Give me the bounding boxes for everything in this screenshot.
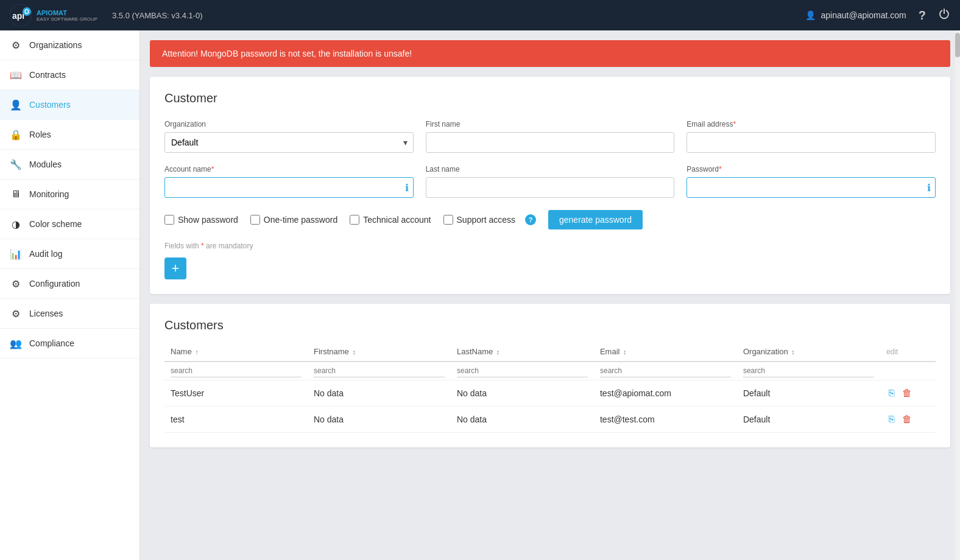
first-name-label: First name bbox=[426, 120, 675, 128]
search-org-input[interactable] bbox=[743, 365, 874, 377]
scrollbar[interactable] bbox=[955, 30, 960, 560]
sidebar-item-compliance[interactable]: 👥 Compliance bbox=[0, 329, 139, 359]
sidebar-label-modules: Modules bbox=[29, 159, 62, 169]
compliance-icon: 👥 bbox=[10, 337, 22, 349]
account-name-info-icon: ℹ bbox=[405, 182, 409, 194]
topbar: api O APIOMAT EASY SOFTWARE GROUP 3.5.0 … bbox=[0, 0, 960, 30]
contracts-icon: 📖 bbox=[10, 69, 22, 81]
firstname-sort-arrow: ↕ bbox=[352, 348, 356, 355]
organization-select-wrapper: Default bbox=[164, 132, 414, 153]
show-password-label: Show password bbox=[178, 215, 238, 225]
row2-name: test bbox=[164, 407, 308, 433]
customers-table-card: Customers Name ↑ Firstname ↕ LastName ↕ … bbox=[150, 304, 950, 447]
form-title: Customer bbox=[164, 91, 936, 105]
account-name-wrapper: ℹ bbox=[164, 177, 414, 198]
password-label: Password* bbox=[686, 165, 936, 173]
email-input[interactable] bbox=[686, 132, 936, 153]
one-time-password-checkbox[interactable] bbox=[250, 215, 260, 225]
table-row: test No data No data test@test.com Defau… bbox=[164, 407, 936, 433]
power-button[interactable] bbox=[938, 8, 950, 23]
sidebar-item-customers[interactable]: 👤 Customers bbox=[0, 90, 139, 120]
one-time-password-checkbox-label[interactable]: One-time password bbox=[250, 215, 337, 225]
support-access-checkbox[interactable] bbox=[443, 215, 453, 225]
row2-copy-button[interactable]: ⎘ bbox=[886, 413, 897, 426]
sidebar-label-compliance: Compliance bbox=[29, 338, 74, 348]
email-sort-arrow: ↕ bbox=[623, 348, 627, 355]
row1-copy-button[interactable]: ⎘ bbox=[886, 387, 897, 400]
last-name-group: Last name bbox=[426, 165, 675, 198]
sidebar-item-contracts[interactable]: 📖 Contracts bbox=[0, 60, 139, 90]
password-input[interactable] bbox=[686, 177, 936, 198]
user-info: 👤 apinaut@apiomat.com bbox=[805, 10, 906, 20]
add-customer-button[interactable]: + bbox=[164, 257, 186, 279]
row2-firstname: No data bbox=[308, 407, 451, 433]
generate-password-button[interactable]: generate password bbox=[548, 210, 643, 229]
col-header-name[interactable]: Name ↑ bbox=[164, 342, 308, 362]
logo-text: APIOMAT bbox=[37, 9, 97, 16]
customers-table-body: TestUser No data No data test@apiomat.co… bbox=[164, 380, 936, 433]
support-access-label: Support access bbox=[457, 215, 516, 225]
last-name-label: Last name bbox=[426, 165, 675, 173]
sidebar-item-organizations[interactable]: ⚙ Organizations bbox=[0, 30, 139, 60]
col-header-edit: edit bbox=[880, 342, 936, 362]
sidebar-label-monitoring: Monitoring bbox=[29, 189, 69, 199]
modules-icon: 🔧 bbox=[10, 158, 22, 170]
show-password-checkbox[interactable] bbox=[164, 215, 174, 225]
first-name-input[interactable] bbox=[426, 132, 675, 153]
row2-email: test@test.com bbox=[594, 407, 737, 433]
account-name-input[interactable] bbox=[164, 177, 414, 198]
sidebar-item-configuration[interactable]: ⚙ Configuration bbox=[0, 269, 139, 299]
search-email-cell bbox=[594, 362, 737, 380]
sidebar-label-configuration: Configuration bbox=[29, 279, 80, 289]
organization-select[interactable]: Default bbox=[164, 132, 414, 153]
row2-actions: ⎘ 🗑 bbox=[880, 407, 936, 433]
last-name-input[interactable] bbox=[426, 177, 675, 198]
sidebar-item-licenses[interactable]: ⚙ Licenses bbox=[0, 299, 139, 329]
sidebar: ⚙ Organizations 📖 Contracts 👤 Customers … bbox=[0, 30, 140, 560]
user-icon: 👤 bbox=[805, 10, 816, 20]
form-row-2: Account name* ℹ Last name Password* ℹ bbox=[164, 165, 936, 198]
sidebar-item-audit-log[interactable]: 📊 Audit log bbox=[0, 239, 139, 269]
col-header-organization[interactable]: Organization ↕ bbox=[737, 342, 880, 362]
sidebar-label-customers: Customers bbox=[29, 100, 71, 110]
logo-subtitle: EASY SOFTWARE GROUP bbox=[37, 16, 97, 22]
row1-lastname: No data bbox=[451, 380, 594, 407]
customers-table-title: Customers bbox=[164, 318, 936, 332]
one-time-password-label: One-time password bbox=[264, 215, 337, 225]
help-button[interactable]: ? bbox=[919, 9, 926, 23]
search-email-input[interactable] bbox=[600, 365, 731, 377]
content-area: Attention! MongoDB password is not set, … bbox=[140, 30, 960, 560]
technical-account-checkbox[interactable] bbox=[350, 215, 359, 225]
customers-icon: 👤 bbox=[10, 99, 22, 111]
svg-text:O: O bbox=[24, 9, 29, 15]
email-group: Email address* bbox=[686, 120, 936, 153]
sidebar-item-roles[interactable]: 🔒 Roles bbox=[0, 120, 139, 150]
first-name-group: First name bbox=[426, 120, 675, 153]
search-lastname-input[interactable] bbox=[457, 365, 588, 377]
col-header-firstname[interactable]: Firstname ↕ bbox=[308, 342, 451, 362]
technical-account-checkbox-label[interactable]: Technical account bbox=[350, 215, 431, 225]
sidebar-item-monitoring[interactable]: 🖥 Monitoring bbox=[0, 180, 139, 209]
col-header-lastname[interactable]: LastName ↕ bbox=[451, 342, 594, 362]
sidebar-item-color-scheme[interactable]: ◑ Color scheme bbox=[0, 209, 139, 239]
row1-org: Default bbox=[737, 380, 880, 407]
sidebar-label-organizations: Organizations bbox=[29, 40, 82, 50]
topbar-right: 👤 apinaut@apiomat.com ? bbox=[805, 8, 950, 23]
search-name-input[interactable] bbox=[171, 365, 302, 377]
support-access-checkbox-label[interactable]: Support access bbox=[443, 215, 516, 225]
name-sort-arrow: ↑ bbox=[195, 348, 199, 355]
monitoring-icon: 🖥 bbox=[10, 188, 22, 200]
search-firstname-input[interactable] bbox=[314, 365, 445, 377]
licenses-icon: ⚙ bbox=[10, 307, 22, 320]
col-header-email[interactable]: Email ↕ bbox=[594, 342, 737, 362]
row1-delete-button[interactable]: 🗑 bbox=[900, 387, 914, 400]
organization-label: Organization bbox=[164, 120, 414, 128]
support-access-help-icon[interactable]: ? bbox=[525, 214, 536, 225]
show-password-checkbox-label[interactable]: Show password bbox=[164, 215, 238, 225]
user-email: apinaut@apiomat.com bbox=[821, 10, 906, 20]
configuration-icon: ⚙ bbox=[10, 278, 22, 290]
row2-delete-button[interactable]: 🗑 bbox=[900, 413, 914, 426]
mandatory-note: Fields with * are mandatory bbox=[164, 242, 936, 250]
sidebar-item-modules[interactable]: 🔧 Modules bbox=[0, 150, 139, 180]
scroll-thumb[interactable] bbox=[955, 33, 960, 57]
